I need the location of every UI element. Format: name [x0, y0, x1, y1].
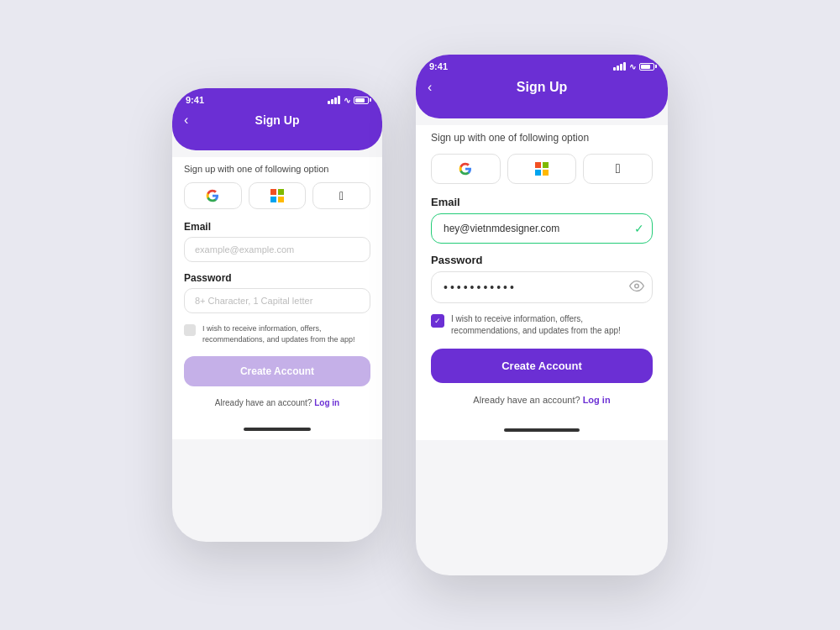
email-input-left[interactable] [184, 237, 370, 262]
password-field-right: Password [431, 254, 653, 303]
back-button-right[interactable]: ‹ [428, 80, 432, 95]
time-left: 9:41 [186, 95, 204, 105]
battery-icon-right [639, 63, 654, 71]
password-label-left: Password [184, 272, 370, 284]
header-left: ‹ Sign Up [172, 108, 382, 150]
email-field-right: Email ✓ [431, 196, 653, 244]
phone-left: 9:41 ∿ ‹ Sign Up Sign up with one of [172, 88, 382, 542]
checkbox-right[interactable]: ✓ [431, 314, 444, 328]
status-bar-left: 9:41 ∿ [172, 88, 382, 108]
google-icon-right [459, 162, 472, 176]
login-prompt-right: Already have an account? [473, 395, 580, 405]
microsoft-icon-right [535, 162, 549, 176]
login-prompt-left: Already have an account? [215, 398, 312, 407]
home-bar-left [244, 428, 311, 431]
header-title-right: Sign Up [517, 80, 567, 95]
header-title-left: Sign Up [255, 113, 300, 127]
password-input-left[interactable] [184, 288, 370, 313]
microsoft-icon-left [270, 189, 284, 202]
apple-icon-right:  [616, 161, 621, 176]
password-label-right: Password [431, 254, 653, 266]
subtitle-left: Sign up with one of following option [184, 164, 370, 174]
header-right: ‹ Sign Up [416, 75, 668, 118]
battery-icon-left [354, 97, 369, 104]
microsoft-button-right[interactable] [507, 154, 577, 184]
status-icons-left: ∿ [328, 96, 369, 105]
login-link-left[interactable]: Log in [314, 398, 339, 407]
home-bar-right [504, 428, 580, 432]
checkbox-left[interactable] [184, 324, 196, 336]
checkbox-row-left: I wish to receive information, offers, r… [184, 323, 370, 344]
checkbox-label-left: I wish to receive information, offers, r… [202, 323, 370, 344]
screen-container: 9:41 ∿ ‹ Sign Up Sign up with one of [0, 21, 840, 609]
checkbox-check-icon: ✓ [434, 317, 441, 325]
checkbox-row-right: ✓ I wish to receive information, offers,… [431, 313, 653, 337]
svg-point-0 [635, 284, 639, 288]
home-indicator-right [416, 422, 668, 440]
home-indicator-left [172, 421, 382, 439]
social-buttons-left:  [184, 182, 370, 209]
social-buttons-right:  [431, 154, 653, 184]
apple-button-left[interactable]:  [312, 182, 370, 209]
signal-icon-right [613, 62, 626, 71]
wifi-icon-left: ∿ [344, 96, 350, 105]
google-button-right[interactable] [431, 154, 501, 184]
password-eye-icon-right[interactable] [629, 279, 644, 297]
body-right: Sign up with one of following option [416, 125, 668, 422]
signal-icon-left [328, 96, 340, 104]
apple-button-right[interactable]:  [583, 154, 653, 184]
phone-right: 9:41 ∿ ‹ Sign Up Sign up with one of [416, 55, 668, 575]
create-account-button-left[interactable]: Create Account [184, 356, 370, 386]
time-right: 9:41 [429, 61, 448, 71]
login-link-right[interactable]: Log in [583, 395, 611, 405]
create-account-button-right[interactable]: Create Account [431, 349, 653, 383]
email-field-left: Email [184, 221, 370, 262]
password-field-left: Password [184, 272, 370, 313]
password-input-right[interactable] [431, 271, 653, 303]
status-icons-right: ∿ [613, 62, 654, 71]
status-bar-right: 9:41 ∿ [416, 55, 668, 75]
email-label-left: Email [184, 221, 370, 233]
email-label-right: Email [431, 196, 653, 208]
microsoft-button-left[interactable] [249, 182, 307, 209]
login-row-right: Already have an account? Log in [431, 395, 653, 405]
email-valid-icon-right: ✓ [634, 222, 644, 235]
back-button-left[interactable]: ‹ [184, 113, 188, 128]
email-input-right[interactable] [431, 213, 653, 244]
google-icon-left [206, 189, 219, 202]
google-button-left[interactable] [184, 182, 242, 209]
checkbox-label-right: I wish to receive information, offers, r… [451, 313, 653, 337]
subtitle-right: Sign up with one of following option [431, 132, 653, 144]
apple-icon-left:  [339, 189, 344, 202]
login-row-left: Already have an account? Log in [184, 398, 370, 407]
wifi-icon-right: ∿ [629, 62, 636, 71]
body-left: Sign up with one of following option [172, 157, 382, 421]
